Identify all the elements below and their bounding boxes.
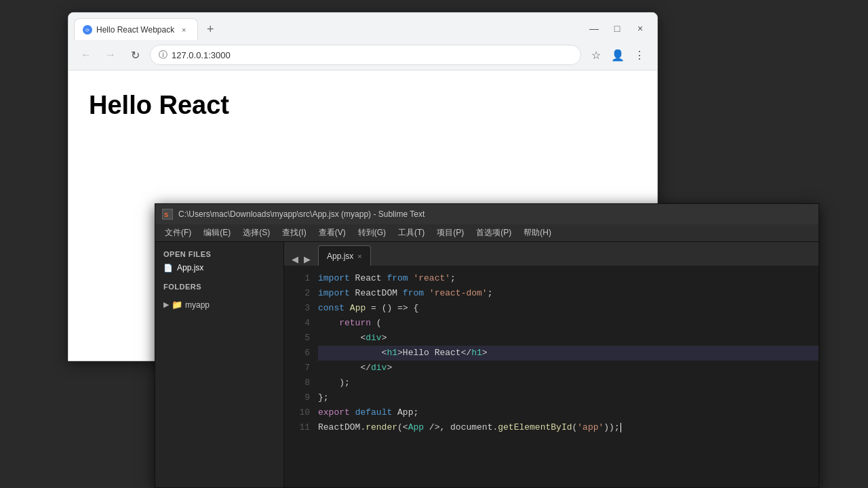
close-button[interactable]: × <box>631 20 649 37</box>
editor-window: S C:\Users\mac\Downloads\myapp\src\App.j… <box>155 203 819 488</box>
code-line-6: <h1>Hello React</h1> <box>318 346 818 361</box>
editor-body: OPEN FILES 📄 App.jsx FOLDERS ▶ 📁 myapp ◀… <box>155 242 818 487</box>
file-icon: 📄 <box>163 264 173 272</box>
line-num-2: 2 <box>284 286 318 301</box>
menu-preferences[interactable]: 首选项(P) <box>471 226 517 240</box>
code-line-7: </div> <box>318 361 818 375</box>
menu-edit[interactable]: 编辑(E) <box>198 226 236 240</box>
forward-button[interactable]: → <box>101 45 120 64</box>
folder-name: myapp <box>185 300 210 310</box>
code-line-11: ReactDOM.render(<App />, document.getEle… <box>318 420 818 435</box>
browser-tab[interactable]: ⟳ Hello React Webpack × <box>74 18 198 40</box>
folder-icon-symbol: 📁 <box>172 300 182 310</box>
line-num-3: 3 <box>284 301 318 316</box>
editor-title-text: C:\Users\mac\Downloads\myapp\src\App.jsx… <box>178 209 425 219</box>
address-input[interactable]: ⓘ 127.0.0.1:3000 <box>150 45 581 65</box>
tab-nav-next[interactable]: ▶ <box>302 253 313 266</box>
editor-main: ◀ ▶ App.jsx × 1 2 3 4 5 6 7 8 <box>284 242 818 487</box>
tab-nav-prev[interactable]: ◀ <box>290 253 300 266</box>
line-num-1: 1 <box>284 271 318 286</box>
line-num-9: 9 <box>284 390 318 405</box>
code-lines: import React from 'react'; import ReactD… <box>318 266 818 487</box>
sidebar-folder-myapp[interactable]: ▶ 📁 myapp <box>155 298 283 312</box>
back-button[interactable]: ← <box>77 45 96 64</box>
svg-text:S: S <box>164 211 168 218</box>
tab-nav: ◀ ▶ <box>290 253 317 266</box>
line-num-4: 4 <box>284 316 318 331</box>
line-numbers: 1 2 3 4 5 6 7 8 9 10 11 <box>284 266 318 487</box>
bookmark-icon[interactable]: ☆ <box>587 45 606 64</box>
toolbar-icons: ☆ 👤 ⋮ <box>587 45 649 64</box>
sidebar-file-appjsx[interactable]: 📄 App.jsx <box>155 261 283 274</box>
svg-text:⟳: ⟳ <box>85 28 90 33</box>
code-line-9: }; <box>318 390 818 405</box>
tab-label: Hello React Webpack <box>96 25 174 35</box>
browser-chrome: ⟳ Hello React Webpack × + — □ × ← → ↻ ⓘ … <box>68 13 657 70</box>
editor-app-icon: S <box>162 209 173 220</box>
menu-goto[interactable]: 转到(G) <box>353 226 391 240</box>
url-text: 127.0.0.1:3000 <box>172 50 231 60</box>
code-line-10: export default App; <box>318 405 818 420</box>
code-line-8: ); <box>318 375 818 390</box>
tab-bar: ⟳ Hello React Webpack × + — □ × <box>68 13 657 40</box>
open-files-title: OPEN FILES <box>155 247 283 261</box>
chevron-right-icon: ▶ <box>163 300 169 309</box>
code-area[interactable]: 1 2 3 4 5 6 7 8 9 10 11 import React fro… <box>284 266 818 487</box>
menu-project[interactable]: 项目(P) <box>431 226 469 240</box>
menu-icon[interactable]: ⋮ <box>630 45 649 64</box>
line-num-6: 6 <box>284 346 318 361</box>
line-num-10: 10 <box>284 405 318 420</box>
window-controls: — □ × <box>585 20 649 37</box>
menu-tools[interactable]: 工具(T) <box>393 226 430 240</box>
new-tab-button[interactable]: + <box>201 20 220 39</box>
folders-title: FOLDERS <box>155 280 283 293</box>
page-heading: Hello React <box>89 91 637 120</box>
menu-find[interactable]: 查找(I) <box>277 226 311 240</box>
menu-help[interactable]: 帮助(H) <box>518 226 557 240</box>
code-line-2: import ReactDOM from 'react-dom'; <box>318 286 818 301</box>
editor-menubar: 文件(F) 编辑(E) 选择(S) 查找(I) 查看(V) 转到(G) 工具(T… <box>155 224 818 242</box>
editor-tab-close-button[interactable]: × <box>357 252 361 260</box>
refresh-button[interactable]: ↻ <box>125 45 144 64</box>
code-line-4: return ( <box>318 316 818 331</box>
line-num-8: 8 <box>284 375 318 390</box>
line-num-5: 5 <box>284 331 318 346</box>
code-line-1: import React from 'react'; <box>318 271 818 286</box>
code-line-3: const App = () => { <box>318 301 818 316</box>
address-bar: ← → ↻ ⓘ 127.0.0.1:3000 ☆ 👤 ⋮ <box>68 40 657 70</box>
menu-view[interactable]: 查看(V) <box>313 226 351 240</box>
sidebar-filename: App.jsx <box>177 263 203 272</box>
minimize-button[interactable]: — <box>585 20 603 37</box>
code-line-5: <div> <box>318 331 818 346</box>
profile-icon[interactable]: 👤 <box>608 45 627 64</box>
menu-file[interactable]: 文件(F) <box>159 226 197 240</box>
editor-tabs: ◀ ▶ App.jsx × <box>284 242 818 266</box>
editor-titlebar: S C:\Users\mac\Downloads\myapp\src\App.j… <box>155 204 818 224</box>
tab-close-button[interactable]: × <box>178 24 189 35</box>
editor-sidebar: OPEN FILES 📄 App.jsx FOLDERS ▶ 📁 myapp <box>155 242 284 487</box>
editor-tab-name: App.jsx <box>327 251 353 261</box>
editor-tab-appjsx[interactable]: App.jsx × <box>318 245 371 266</box>
info-icon: ⓘ <box>159 49 167 61</box>
line-num-7: 7 <box>284 361 318 375</box>
line-num-11: 11 <box>284 420 318 435</box>
tab-favicon-icon: ⟳ <box>83 25 92 35</box>
menu-select[interactable]: 选择(S) <box>237 226 275 240</box>
maximize-button[interactable]: □ <box>608 20 626 37</box>
